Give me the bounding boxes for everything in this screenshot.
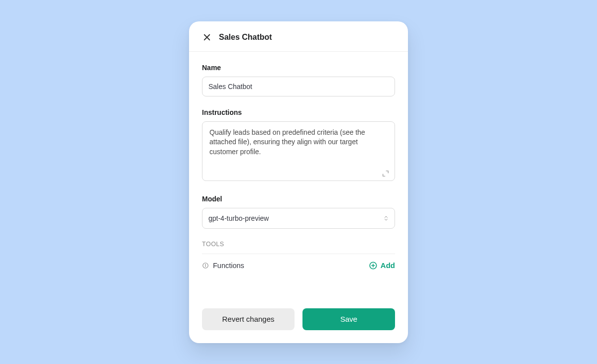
- svg-point-4: [205, 264, 206, 265]
- close-button[interactable]: [202, 32, 212, 42]
- modal-header: Sales Chatbot: [189, 21, 408, 52]
- instructions-textarea[interactable]: [202, 121, 395, 181]
- expand-icon[interactable]: [382, 170, 389, 177]
- save-button[interactable]: Save: [302, 308, 395, 330]
- add-label: Add: [381, 261, 395, 270]
- model-field-group: Model gpt-4-turbo-preview: [202, 195, 395, 229]
- close-icon: [202, 33, 211, 42]
- model-select[interactable]: gpt-4-turbo-preview: [202, 208, 395, 229]
- revert-button[interactable]: Revert changes: [202, 308, 295, 330]
- page-canvas: Sales Chatbot Name Instructions Model gp…: [82, 14, 515, 350]
- functions-label: Functions: [213, 262, 244, 270]
- instructions-textarea-wrap: [202, 121, 395, 183]
- add-function-button[interactable]: Add: [369, 261, 395, 270]
- divider: [202, 254, 395, 254]
- model-label: Model: [202, 195, 395, 203]
- name-field-group: Name: [202, 64, 395, 96]
- instructions-field-group: Instructions: [202, 108, 395, 183]
- modal-body: Name Instructions Model gpt-4-turbo-prev…: [189, 52, 408, 299]
- info-icon: [202, 262, 209, 269]
- modal-footer: Revert changes Save: [189, 299, 408, 343]
- functions-row: Functions Add: [202, 261, 395, 270]
- modal-title: Sales Chatbot: [219, 33, 272, 42]
- instructions-label: Instructions: [202, 108, 395, 116]
- functions-left: Functions: [202, 262, 244, 270]
- plus-circle-icon: [369, 261, 378, 270]
- name-label: Name: [202, 64, 395, 72]
- edit-agent-modal: Sales Chatbot Name Instructions Model gp…: [189, 21, 408, 343]
- name-input[interactable]: [202, 77, 395, 96]
- model-select-wrap: gpt-4-turbo-preview: [202, 208, 395, 229]
- tools-section-label: TOOLS: [202, 241, 395, 248]
